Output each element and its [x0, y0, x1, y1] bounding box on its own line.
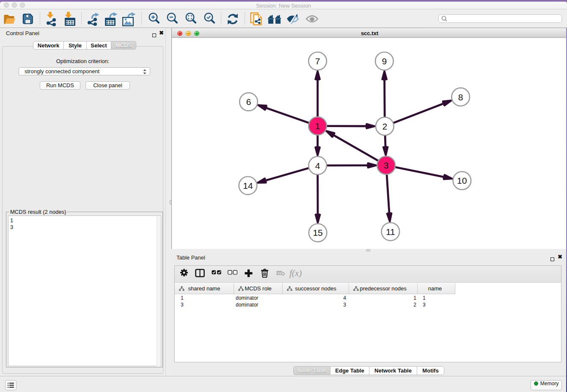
- svg-text:3: 3: [384, 160, 389, 170]
- svg-text:8: 8: [458, 92, 463, 102]
- svg-text:6: 6: [246, 97, 251, 107]
- svg-text:10: 10: [457, 176, 467, 185]
- svg-text:14: 14: [243, 181, 253, 190]
- svg-text:15: 15: [313, 228, 322, 237]
- svg-text:4: 4: [315, 161, 320, 171]
- svg-text:7: 7: [315, 56, 320, 66]
- svg-text:2: 2: [382, 121, 387, 131]
- svg-text:9: 9: [382, 56, 387, 66]
- svg-text:11: 11: [386, 227, 395, 237]
- svg-text:1: 1: [315, 121, 320, 131]
